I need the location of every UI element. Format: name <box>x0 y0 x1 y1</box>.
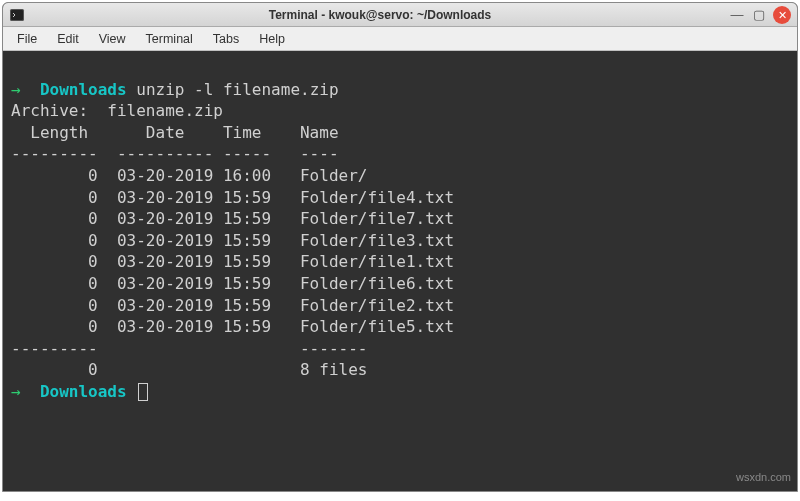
cursor-block-icon <box>138 383 148 401</box>
prompt-arrow-icon: → <box>11 382 21 401</box>
terminal-window: Terminal - kwouk@servo: ~/Downloads — ▢ … <box>2 2 798 492</box>
menu-tabs[interactable]: Tabs <box>203 32 249 46</box>
titlebar[interactable]: Terminal - kwouk@servo: ~/Downloads — ▢ … <box>3 3 797 27</box>
maximize-button[interactable]: ▢ <box>751 7 767 23</box>
output-row: 0 03-20-2019 15:59 Folder/file2.txt <box>11 296 454 315</box>
output-row: 0 03-20-2019 16:00 Folder/ <box>11 166 367 185</box>
output-sep-top: --------- ---------- ----- ---- <box>11 144 339 163</box>
window-title: Terminal - kwouk@servo: ~/Downloads <box>31 8 729 22</box>
output-total: 0 8 files <box>11 360 367 379</box>
output-row: 0 03-20-2019 15:59 Folder/file7.txt <box>11 209 454 228</box>
minimize-button[interactable]: — <box>729 7 745 23</box>
menu-file[interactable]: File <box>7 32 47 46</box>
command-text: unzip -l filename.zip <box>136 80 338 99</box>
menu-edit[interactable]: Edit <box>47 32 89 46</box>
output-header: Length Date Time Name <box>11 123 339 142</box>
output-row: 0 03-20-2019 15:59 Folder/file1.txt <box>11 252 454 271</box>
output-row: 0 03-20-2019 15:59 Folder/file5.txt <box>11 317 454 336</box>
output-row: 0 03-20-2019 15:59 Folder/file3.txt <box>11 231 454 250</box>
prompt-cwd: Downloads <box>40 80 127 99</box>
menu-terminal[interactable]: Terminal <box>136 32 203 46</box>
window-controls: — ▢ ✕ <box>729 6 791 24</box>
prompt-arrow-icon: → <box>11 80 21 99</box>
terminal-app-icon <box>9 7 25 23</box>
svg-rect-1 <box>11 10 23 20</box>
output-row: 0 03-20-2019 15:59 Folder/file6.txt <box>11 274 454 293</box>
menubar: File Edit View Terminal Tabs Help <box>3 27 797 51</box>
watermark: wsxdn.com <box>736 470 791 485</box>
output-sep-bot: --------- ------- <box>11 339 367 358</box>
menu-view[interactable]: View <box>89 32 136 46</box>
terminal-viewport[interactable]: → Downloads unzip -l filename.zip Archiv… <box>3 51 797 491</box>
output-row: 0 03-20-2019 15:59 Folder/file4.txt <box>11 188 454 207</box>
prompt-cwd: Downloads <box>40 382 127 401</box>
menu-help[interactable]: Help <box>249 32 295 46</box>
output-archive-line: Archive: filename.zip <box>11 101 223 120</box>
close-button[interactable]: ✕ <box>773 6 791 24</box>
